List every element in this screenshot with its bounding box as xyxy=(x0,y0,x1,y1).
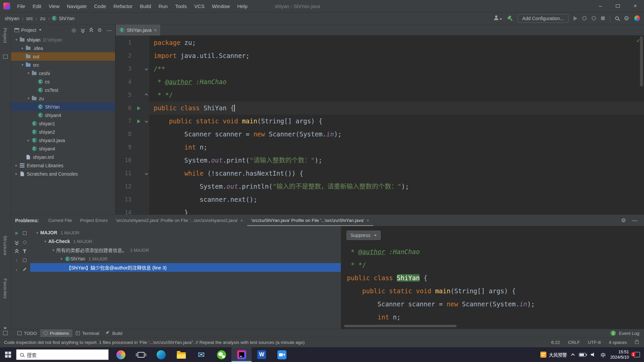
suppress-button[interactable]: Suppress xyxy=(346,231,381,240)
tree-chevron-icon[interactable]: ▾ xyxy=(26,96,31,101)
taskbar-search-input[interactable]: 搜索 xyxy=(16,349,109,360)
collapse-all-icon[interactable] xyxy=(89,28,93,33)
problems-tab-project-errors[interactable]: Project Errors xyxy=(76,215,112,226)
breadcrumb-item-shiyan[interactable]: ShiYan xyxy=(58,15,75,21)
preview-hscrollbar[interactable] xyxy=(344,325,457,327)
indent-indicator[interactable]: 4 spaces xyxy=(609,340,627,345)
toolwindow-button-terminal[interactable]: Terminal xyxy=(72,329,103,337)
tree-chevron-icon[interactable]: ▾ xyxy=(34,231,40,235)
project-tree-item-ceshi[interactable]: ▾ceshi xyxy=(11,69,115,77)
tree-chevron-icon[interactable]: ▾ xyxy=(50,248,56,252)
project-tree-item-out[interactable]: out xyxy=(11,52,115,61)
problems-profile-tab[interactable]: 'src/zu/shiyansi2.java' Profile on File … xyxy=(112,215,247,226)
taskbar-app-mail[interactable]: ✉ xyxy=(191,347,211,362)
project-tree-item--idea[interactable]: ▸.idea xyxy=(11,44,115,52)
project-tree-item-shiyan1[interactable]: Cshiyan1 xyxy=(11,119,115,128)
add-configuration-button[interactable]: Add Configuration... xyxy=(518,14,569,23)
volume-icon[interactable] xyxy=(591,352,596,357)
project-tree-item-shiyan4[interactable]: Cshiyan4 xyxy=(11,144,115,153)
project-tree-item-src[interactable]: ▾src xyxy=(11,61,115,69)
next-problem-icon[interactable]: ↓ xyxy=(13,265,21,274)
in-spection-ok-icon[interactable]: ✓ xyxy=(637,37,640,44)
menu-window[interactable]: Window xyxy=(208,0,233,12)
project-tree-item-shiyan[interactable]: CShiYan xyxy=(11,103,115,111)
readonly-lock-icon[interactable] xyxy=(635,341,639,344)
commit-toolwindow-icon[interactable] xyxy=(3,55,8,59)
toolwindow-switcher-icon[interactable] xyxy=(3,331,8,335)
tree-chevron-icon[interactable]: ▾ xyxy=(26,71,31,75)
taskbar-app-wechat[interactable] xyxy=(211,347,231,362)
fold-icon[interactable] xyxy=(145,120,148,123)
project-tree-item-shiyan4[interactable]: Cshiyan4 xyxy=(11,111,115,119)
taskbar-app-word[interactable]: W xyxy=(252,347,272,362)
run-line-icon[interactable] xyxy=(137,106,141,110)
event-log-button[interactable]: 2 Event Log xyxy=(610,330,639,336)
fold-icon[interactable] xyxy=(145,172,148,175)
project-settings-icon[interactable]: ⚙ xyxy=(98,27,102,33)
caret-position[interactable]: 6:22 xyxy=(551,340,560,345)
build-hammer-icon[interactable] xyxy=(507,16,513,21)
tree-chevron-icon[interactable]: ▸ xyxy=(20,46,25,50)
taskbar-app-intellij[interactable] xyxy=(231,347,252,362)
feature-gradient-icon[interactable] xyxy=(634,15,640,21)
run-line-icon[interactable] xyxy=(137,119,141,123)
gutter-icon-cell[interactable] xyxy=(135,115,143,128)
close-tab-icon[interactable]: × xyxy=(240,218,243,223)
settings-gear-icon[interactable]: ⚙ xyxy=(624,15,629,21)
menu-refactor[interactable]: Refactor xyxy=(110,0,136,12)
taskbar-app-video[interactable] xyxy=(272,347,292,362)
pin-tab-icon[interactable] xyxy=(21,238,29,247)
problems-tree-item[interactable]: ▾CShiYan1 MAJOR xyxy=(30,254,341,263)
problems-tree-item[interactable]: ▾MAJOR1 MAJOR xyxy=(30,228,341,237)
ime-indicator[interactable]: 中 xyxy=(600,351,605,358)
encoding-indicator[interactable]: UTF-8 xyxy=(588,340,601,345)
clock[interactable]: 15:51 2024/5/10 xyxy=(610,349,629,360)
project-tree-item-cstest[interactable]: CcsTest xyxy=(11,86,115,94)
tree-chevron-icon[interactable]: ▸ xyxy=(14,163,19,168)
export-icon[interactable] xyxy=(21,256,29,265)
start-button[interactable] xyxy=(0,347,16,362)
problems-tree-item[interactable]: 【ShiYan】缺少包含@author的注释信息 (line 3) xyxy=(30,263,341,272)
problems-tree-item[interactable]: ▾Ali-Check1 MAJOR xyxy=(30,237,341,246)
toolwindow-button-todo[interactable]: TODO xyxy=(14,329,40,337)
menu-vcs[interactable]: VCS xyxy=(191,0,208,12)
toolwindow-button-build[interactable]: Build xyxy=(103,329,126,337)
fold-icon[interactable] xyxy=(145,94,148,97)
tree-chevron-icon[interactable]: ▸ xyxy=(26,138,31,142)
stop-button[interactable] xyxy=(601,16,605,20)
toolwindow-button-problems[interactable]: Problems xyxy=(40,329,72,337)
menu-file[interactable]: File xyxy=(13,0,29,12)
breadcrumb-item-zu[interactable]: zu xyxy=(39,15,46,21)
problems-settings-icon[interactable]: ⚙ xyxy=(621,218,626,223)
menu-tools[interactable]: Tools xyxy=(171,0,191,12)
project-tree-item-cs[interactable]: Ccs xyxy=(11,77,115,86)
battery-icon[interactable] xyxy=(579,353,586,357)
project-tree-item-shiyan[interactable]: ▾shiyanD:\shiyan xyxy=(11,36,115,44)
tree-chevron-icon[interactable]: ▾ xyxy=(20,63,25,67)
toolwindow-button-structure[interactable]: Structure xyxy=(3,236,8,255)
menu-edit[interactable]: Edit xyxy=(29,0,45,12)
collapse-all-icon[interactable] xyxy=(13,247,21,256)
menu-run[interactable]: Run xyxy=(155,0,171,12)
tree-chevron-icon[interactable]: ▸ xyxy=(14,172,19,176)
project-tree-item-shiyan3-java[interactable]: ▸Cshiyan3.java xyxy=(11,136,115,144)
problems-tab-current-file[interactable]: Current File xyxy=(44,215,76,226)
problems-tree-item[interactable]: ▾所有的类都必须添加创建者信息。1 MAJOR xyxy=(30,246,341,254)
expand-all-icon[interactable] xyxy=(13,238,21,247)
previous-problem-icon[interactable]: ↑ xyxy=(13,256,21,265)
menu-build[interactable]: Build xyxy=(136,0,155,12)
search-everywhere-icon[interactable] xyxy=(615,16,619,20)
problems-profile-tab[interactable]: 'src/zu/ShiYan.java' Profile on File '..… xyxy=(247,215,373,226)
project-view-selector[interactable]: Project xyxy=(21,27,36,33)
filter-icon[interactable] xyxy=(21,247,29,256)
locate-file-icon[interactable]: ◎ xyxy=(71,27,76,33)
gutter-icon-cell[interactable] xyxy=(135,102,143,115)
rerun-inspection-icon[interactable] xyxy=(13,229,21,238)
inspection-settings-icon[interactable] xyxy=(21,265,29,274)
open-in-editor-icon[interactable] xyxy=(21,229,29,238)
tree-chevron-icon[interactable]: ▾ xyxy=(14,38,19,42)
weather-alert[interactable]: 大风预警 xyxy=(540,351,567,358)
profile-button[interactable] xyxy=(592,16,596,20)
tree-chevron-icon[interactable]: ▾ xyxy=(58,257,64,261)
menu-code[interactable]: Code xyxy=(90,0,110,12)
